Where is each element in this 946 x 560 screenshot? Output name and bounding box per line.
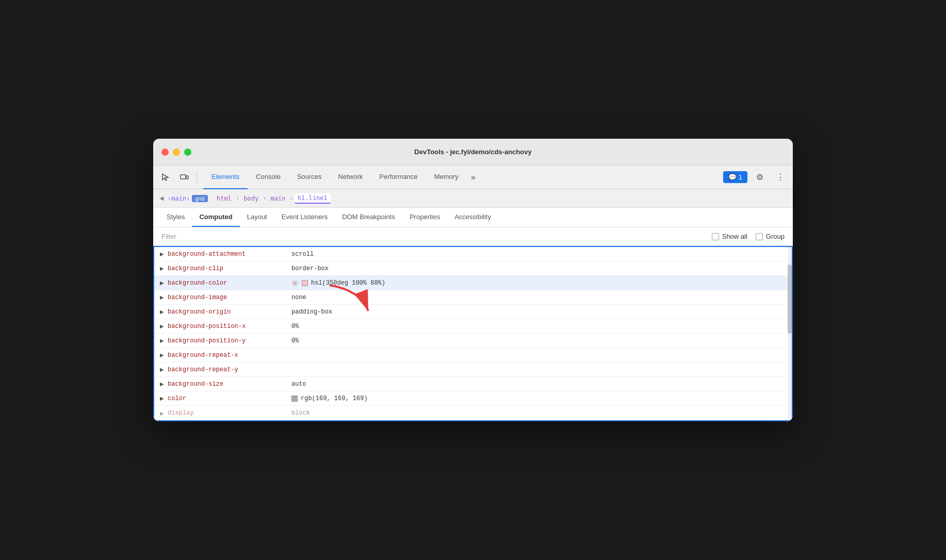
prop-name: color	[168, 395, 291, 402]
tab-network[interactable]: Network	[330, 166, 371, 189]
scrollbar[interactable]	[788, 247, 792, 420]
main-tabs: Elements Console Sources Network Perform…	[203, 166, 723, 189]
filter-bar: Show all Group	[153, 227, 793, 246]
property-row-background-repeat-y[interactable]: ▶ background-repeat-y	[154, 363, 792, 377]
prop-name: background-color	[168, 279, 291, 287]
expand-icon[interactable]: ▶	[158, 308, 166, 316]
minimize-button[interactable]	[173, 149, 180, 156]
sub-tab-event-listeners[interactable]: Event Listeners	[274, 208, 335, 227]
property-row-color[interactable]: ▶ color rgb(169, 169, 169)	[154, 391, 792, 406]
prop-value: scroll	[291, 251, 314, 258]
prop-value: auto	[291, 381, 306, 388]
expand-icon[interactable]: ▶	[158, 337, 166, 344]
prop-name: background-clip	[168, 265, 291, 272]
expand-icon[interactable]: ▶	[158, 279, 166, 287]
prop-value: 0%	[291, 323, 299, 330]
chat-badge[interactable]: 💬 1	[723, 171, 747, 183]
sub-tab-dom-breakpoints[interactable]: DOM Breakpoints	[335, 208, 402, 227]
breadcrumb-bar: ◀ ‹main› grid html › body › main › h1.li…	[153, 189, 793, 208]
tab-elements[interactable]: Elements	[203, 166, 248, 189]
prop-name: background-image	[168, 294, 291, 301]
property-row-background-position-y[interactable]: ▶ background-position-y 0%	[154, 334, 792, 348]
group-checkbox[interactable]	[756, 233, 763, 240]
devtools-window: DevTools - jec.fyi/demo/cds-anchovy Elem…	[153, 139, 793, 421]
prop-name: background-repeat-y	[168, 366, 291, 373]
sub-tab-properties[interactable]: Properties	[402, 208, 447, 227]
window-title: DevTools - jec.fyi/demo/cds-anchovy	[414, 148, 531, 156]
property-row-background-position-x[interactable]: ▶ background-position-x 0%	[154, 319, 792, 334]
breadcrumb-main[interactable]: main	[268, 194, 289, 203]
group-option[interactable]: Group	[756, 233, 785, 240]
device-icon	[180, 173, 189, 182]
property-row-background-origin[interactable]: ▶ background-origin padding-box	[154, 305, 792, 319]
tab-more-btn[interactable]: »	[467, 171, 480, 184]
title-bar: DevTools - jec.fyi/demo/cds-anchovy	[153, 139, 793, 166]
prop-name: background-origin	[168, 308, 291, 316]
prop-name: background-size	[168, 381, 291, 388]
prop-value: 0%	[291, 337, 299, 344]
close-button[interactable]	[161, 149, 169, 156]
properties-wrapper: ▶ background-attachment scroll ▶ backgro…	[153, 246, 793, 421]
expand-icon[interactable]: ▶	[158, 294, 166, 301]
tab-memory[interactable]: Memory	[426, 166, 467, 189]
svg-rect-0	[181, 175, 186, 179]
property-row-background-size[interactable]: ▶ background-size auto	[154, 377, 792, 391]
expand-icon[interactable]: ▶	[158, 352, 166, 359]
sub-tab-accessibility[interactable]: Accessibility	[447, 208, 498, 227]
sub-tab-styles[interactable]: Styles	[159, 208, 192, 227]
filter-input[interactable]	[161, 233, 712, 240]
expand-icon[interactable]: ▶	[158, 265, 166, 272]
expand-icon[interactable]: ▶	[158, 323, 166, 330]
prop-name: background-repeat-x	[168, 352, 291, 359]
expand-icon[interactable]: ▶	[158, 395, 166, 402]
breadcrumb-sep-1: ›	[237, 195, 238, 201]
computed-icon: ↻	[291, 279, 299, 287]
show-all-option[interactable]: Show all	[712, 233, 747, 240]
show-all-checkbox[interactable]	[712, 233, 719, 240]
breadcrumb-sep-2: ›	[264, 195, 265, 201]
breadcrumb-h1[interactable]: h1.line1	[295, 193, 331, 204]
prop-value: border-box	[291, 265, 329, 272]
breadcrumb-html[interactable]: html	[214, 194, 235, 203]
breadcrumb-sep-3: ›	[290, 195, 292, 201]
prop-value: block	[291, 409, 310, 417]
toolbar-icons	[157, 169, 199, 186]
toolbar-separator	[197, 171, 197, 184]
more-options-button[interactable]: ⋮	[772, 169, 789, 186]
prop-name: background-position-x	[168, 323, 291, 330]
filter-options: Show all Group	[712, 233, 785, 240]
property-row-background-image[interactable]: ▶ background-image none	[154, 290, 792, 305]
maximize-button[interactable]	[184, 149, 191, 156]
svg-rect-1	[186, 176, 188, 179]
prop-value: padding-box	[291, 308, 332, 316]
tab-console[interactable]: Console	[248, 166, 289, 189]
settings-button[interactable]: ⚙	[752, 169, 768, 186]
sub-tabs: Styles Computed Layout Event Listeners D…	[153, 208, 793, 227]
breadcrumb-grid-tag: grid	[192, 195, 207, 202]
expand-icon[interactable]: ▶	[158, 381, 166, 388]
cursor-icon	[161, 173, 170, 182]
expand-icon[interactable]: ▶	[158, 366, 166, 373]
scrollbar-thumb[interactable]	[788, 265, 792, 334]
sub-tab-layout[interactable]: Layout	[240, 208, 274, 227]
toolbar: Elements Console Sources Network Perform…	[153, 166, 793, 189]
color-swatch[interactable]	[302, 280, 308, 286]
breadcrumb-arrow-left: ◀	[159, 195, 164, 202]
prop-name: display	[168, 409, 291, 417]
prop-name: background-attachment	[168, 251, 291, 258]
sub-tab-computed[interactable]: Computed	[192, 208, 239, 227]
breadcrumb-body[interactable]: body	[240, 194, 262, 203]
property-row-background-repeat-x[interactable]: ▶ background-repeat-x	[154, 348, 792, 363]
expand-icon[interactable]: ▶	[158, 409, 166, 417]
prop-name: background-position-y	[168, 337, 291, 344]
device-icon-btn[interactable]	[176, 169, 192, 186]
tab-performance[interactable]: Performance	[371, 166, 426, 189]
tab-sources[interactable]: Sources	[289, 166, 330, 189]
cursor-icon-btn[interactable]	[157, 169, 174, 186]
property-row-background-attachment[interactable]: ▶ background-attachment scroll	[154, 247, 792, 261]
color-swatch-gray[interactable]	[291, 396, 298, 402]
property-row-background-color[interactable]: ▶ background-color ↻ hsl(350deg 100% 88%…	[154, 276, 792, 290]
property-row-background-clip[interactable]: ▶ background-clip border-box	[154, 261, 792, 276]
expand-icon[interactable]: ▶	[158, 251, 166, 258]
property-row-display[interactable]: ▶ display block	[154, 406, 792, 420]
